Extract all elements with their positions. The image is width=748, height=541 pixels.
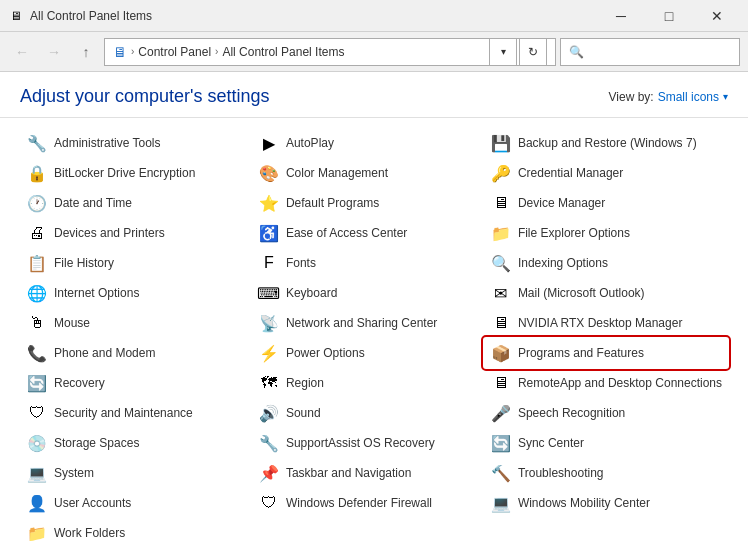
security-maintenance-label: Security and Maintenance bbox=[54, 406, 193, 420]
grid-item-administrative-tools[interactable]: 🔧Administrative Tools bbox=[20, 128, 252, 158]
internet-options-label: Internet Options bbox=[54, 286, 139, 300]
grid-item-mouse[interactable]: 🖱Mouse bbox=[20, 308, 252, 338]
grid-item-security-maintenance[interactable]: 🛡Security and Maintenance bbox=[20, 398, 252, 428]
supportassist-icon: 🔧 bbox=[258, 432, 280, 454]
grid-item-user-accounts[interactable]: 👤User Accounts bbox=[20, 488, 252, 518]
keyboard-label: Keyboard bbox=[286, 286, 337, 300]
phone-modem-label: Phone and Modem bbox=[54, 346, 155, 360]
grid-item-work-folders[interactable]: 📁Work Folders bbox=[20, 518, 252, 541]
grid-item-network-sharing[interactable]: 📡Network and Sharing Center bbox=[252, 308, 484, 338]
title-bar-title: All Control Panel Items bbox=[30, 9, 598, 23]
credential-manager-icon: 🔑 bbox=[490, 162, 512, 184]
search-box[interactable]: 🔍 bbox=[560, 38, 740, 66]
grid-item-region[interactable]: 🗺Region bbox=[252, 368, 484, 398]
grid-item-sound[interactable]: 🔊Sound bbox=[252, 398, 484, 428]
address-input[interactable]: 🖥 › Control Panel › All Control Panel It… bbox=[104, 38, 556, 66]
refresh-button[interactable]: ↻ bbox=[519, 38, 547, 66]
ease-access-icon: ♿ bbox=[258, 222, 280, 244]
grid-item-file-history[interactable]: 📋File History bbox=[20, 248, 252, 278]
view-by-label: View by: bbox=[609, 90, 654, 104]
back-button[interactable]: ← bbox=[8, 38, 36, 66]
sync-center-icon: 🔄 bbox=[490, 432, 512, 454]
taskbar-navigation-label: Taskbar and Navigation bbox=[286, 466, 411, 480]
system-icon: 💻 bbox=[26, 462, 48, 484]
indexing-options-label: Indexing Options bbox=[518, 256, 608, 270]
grid-item-system[interactable]: 💻System bbox=[20, 458, 252, 488]
minimize-button[interactable]: ─ bbox=[598, 1, 644, 31]
grid-item-storage-spaces[interactable]: 💿Storage Spaces bbox=[20, 428, 252, 458]
content-header: Adjust your computer's settings View by:… bbox=[0, 72, 748, 118]
grid-cell-empty bbox=[252, 518, 484, 541]
grid-item-devices-printers[interactable]: 🖨Devices and Printers bbox=[20, 218, 252, 248]
grid-item-color-management[interactable]: 🎨Color Management bbox=[252, 158, 484, 188]
work-folders-icon: 📁 bbox=[26, 522, 48, 541]
network-sharing-icon: 📡 bbox=[258, 312, 280, 334]
grid-item-file-explorer-options[interactable]: 📁File Explorer Options bbox=[484, 218, 728, 248]
restore-button[interactable]: □ bbox=[646, 1, 692, 31]
grid-item-recovery[interactable]: 🔄Recovery bbox=[20, 368, 252, 398]
security-maintenance-icon: 🛡 bbox=[26, 402, 48, 424]
grid-item-power-options[interactable]: ⚡Power Options bbox=[252, 338, 484, 368]
grid-item-troubleshooting[interactable]: 🔨Troubleshooting bbox=[484, 458, 728, 488]
address-dropdown[interactable]: ▾ bbox=[489, 38, 517, 66]
grid-item-taskbar-navigation[interactable]: 📌Taskbar and Navigation bbox=[252, 458, 484, 488]
default-programs-icon: ⭐ bbox=[258, 192, 280, 214]
grid-item-ease-access[interactable]: ♿Ease of Access Center bbox=[252, 218, 484, 248]
grid-item-phone-modem[interactable]: 📞Phone and Modem bbox=[20, 338, 252, 368]
grid-item-mail[interactable]: ✉Mail (Microsoft Outlook) bbox=[484, 278, 728, 308]
speech-recognition-label: Speech Recognition bbox=[518, 406, 625, 420]
mail-icon: ✉ bbox=[490, 282, 512, 304]
nvidia-rtx-icon: 🖥 bbox=[490, 312, 512, 334]
recovery-icon: 🔄 bbox=[26, 372, 48, 394]
indexing-options-icon: 🔍 bbox=[490, 252, 512, 274]
breadcrumb-item-2[interactable]: All Control Panel Items bbox=[222, 45, 344, 59]
grid-item-windows-mobility[interactable]: 💻Windows Mobility Center bbox=[484, 488, 728, 518]
grid-item-supportassist[interactable]: 🔧SupportAssist OS Recovery bbox=[252, 428, 484, 458]
grid-item-sync-center[interactable]: 🔄Sync Center bbox=[484, 428, 728, 458]
grid-item-fonts[interactable]: FFonts bbox=[252, 248, 484, 278]
grid-item-default-programs[interactable]: ⭐Default Programs bbox=[252, 188, 484, 218]
breadcrumb-item-1[interactable]: Control Panel bbox=[138, 45, 211, 59]
file-history-icon: 📋 bbox=[26, 252, 48, 274]
grid-item-programs-features[interactable]: 📦Programs and Features bbox=[484, 338, 728, 368]
grid-item-device-manager[interactable]: 🖥Device Manager bbox=[484, 188, 728, 218]
grid-item-date-time[interactable]: 🕐Date and Time bbox=[20, 188, 252, 218]
user-accounts-label: User Accounts bbox=[54, 496, 131, 510]
system-label: System bbox=[54, 466, 94, 480]
forward-button[interactable]: → bbox=[40, 38, 68, 66]
date-time-label: Date and Time bbox=[54, 196, 132, 210]
grid-item-speech-recognition[interactable]: 🎤Speech Recognition bbox=[484, 398, 728, 428]
search-icon: 🔍 bbox=[569, 45, 584, 59]
grid-item-keyboard[interactable]: ⌨Keyboard bbox=[252, 278, 484, 308]
network-sharing-label: Network and Sharing Center bbox=[286, 316, 437, 330]
nvidia-rtx-label: NVIDIA RTX Desktop Manager bbox=[518, 316, 683, 330]
phone-modem-icon: 📞 bbox=[26, 342, 48, 364]
region-icon: 🗺 bbox=[258, 372, 280, 394]
color-management-icon: 🎨 bbox=[258, 162, 280, 184]
grid-item-bitlocker[interactable]: 🔒BitLocker Drive Encryption bbox=[20, 158, 252, 188]
programs-features-label: Programs and Features bbox=[518, 346, 644, 360]
grid-item-backup-restore[interactable]: 💾Backup and Restore (Windows 7) bbox=[484, 128, 728, 158]
fonts-label: Fonts bbox=[286, 256, 316, 270]
breadcrumb: 🖥 › Control Panel › All Control Panel It… bbox=[113, 44, 344, 60]
title-bar-controls: ─ □ ✕ bbox=[598, 1, 740, 31]
grid-item-indexing-options[interactable]: 🔍Indexing Options bbox=[484, 248, 728, 278]
breadcrumb-icon: 🖥 bbox=[113, 44, 127, 60]
autoplay-icon: ▶ bbox=[258, 132, 280, 154]
grid-item-credential-manager[interactable]: 🔑Credential Manager bbox=[484, 158, 728, 188]
view-by-value[interactable]: Small icons bbox=[658, 90, 719, 104]
title-bar: 🖥 All Control Panel Items ─ □ ✕ bbox=[0, 0, 748, 32]
remoteapp-label: RemoteApp and Desktop Connections bbox=[518, 376, 722, 390]
close-button[interactable]: ✕ bbox=[694, 1, 740, 31]
page-title: Adjust your computer's settings bbox=[20, 86, 270, 107]
grid-item-windows-defender[interactable]: 🛡Windows Defender Firewall bbox=[252, 488, 484, 518]
grid-item-autoplay[interactable]: ▶AutoPlay bbox=[252, 128, 484, 158]
grid-item-remoteapp[interactable]: 🖥RemoteApp and Desktop Connections bbox=[484, 368, 728, 398]
windows-defender-label: Windows Defender Firewall bbox=[286, 496, 432, 510]
up-button[interactable]: ↑ bbox=[72, 38, 100, 66]
view-by-arrow[interactable]: ▾ bbox=[723, 91, 728, 102]
devices-printers-label: Devices and Printers bbox=[54, 226, 165, 240]
grid-item-internet-options[interactable]: 🌐Internet Options bbox=[20, 278, 252, 308]
region-label: Region bbox=[286, 376, 324, 390]
grid-item-nvidia-rtx[interactable]: 🖥NVIDIA RTX Desktop Manager bbox=[484, 308, 728, 338]
